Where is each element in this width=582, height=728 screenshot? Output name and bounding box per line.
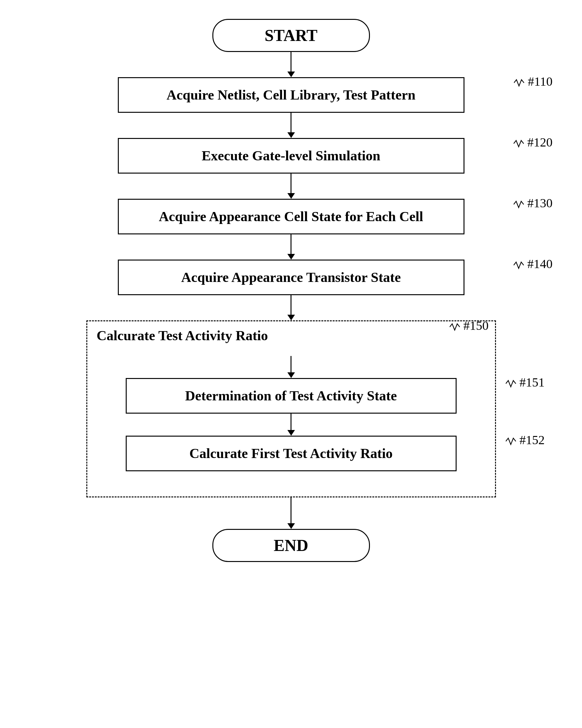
start-label: START <box>265 26 318 45</box>
arrow-line <box>290 113 292 132</box>
step-140-label: Acquire Appearance Transistor State <box>181 270 401 285</box>
arrow-130-to-140 <box>287 234 295 260</box>
step-151-number: #151 <box>506 375 545 390</box>
start-terminal: START <box>212 19 370 52</box>
step-120-box: Execute Gate-level Simulation <box>118 138 464 174</box>
step-130-number: #130 <box>514 196 553 210</box>
step-130-row: Acquire Appearance Cell State for Each C… <box>118 199 464 234</box>
step-110-box: Acquire Netlist, Cell Library, Test Patt… <box>118 77 464 113</box>
arrow-120-to-130 <box>287 174 295 199</box>
dashed-box-label: Calcurate Test Activity Ratio <box>97 328 268 344</box>
arrow-line <box>290 497 292 523</box>
step-140-box: Acquire Appearance Transistor State <box>118 260 464 295</box>
arrow-line <box>290 414 292 430</box>
arrow-head <box>287 254 295 260</box>
step-110-label: Acquire Netlist, Cell Library, Test Patt… <box>167 87 415 103</box>
arrow-head <box>287 72 295 77</box>
arrow-head <box>287 193 295 199</box>
arrow-line <box>290 234 292 254</box>
step-151-row: Determination of Test Activity State #15… <box>126 378 457 414</box>
arrow-150-to-end <box>287 497 295 529</box>
step-140-row: Acquire Appearance Transistor State #140 <box>118 260 464 295</box>
arrow-head <box>287 430 295 436</box>
start-terminal-row: START <box>212 19 370 52</box>
arrow-line <box>290 52 292 72</box>
step-120-number: #120 <box>514 135 553 150</box>
step-130-box: Acquire Appearance Cell State for Each C… <box>118 199 464 234</box>
arrow-line <box>290 295 292 315</box>
arrow-110-to-120 <box>287 113 295 138</box>
end-terminal: END <box>212 529 370 562</box>
step-152-number: #152 <box>506 433 545 447</box>
arrow-151-to-152 <box>287 414 295 436</box>
arrow-line <box>290 356 292 372</box>
arrow-head <box>287 372 295 378</box>
arrow-140-to-150 <box>287 295 295 320</box>
step-151-box: Determination of Test Activity State <box>126 378 457 414</box>
step-150-number: #150 <box>450 318 489 333</box>
diagram-container: START Acquire Netlist, Cell Library, Tes… <box>0 0 582 728</box>
arrow-start-to-110 <box>287 52 295 77</box>
arrow-head <box>287 315 295 320</box>
step-120-row: Execute Gate-level Simulation #120 <box>118 138 464 174</box>
arrow-head <box>287 523 295 529</box>
step-151-label: Determination of Test Activity State <box>185 388 397 404</box>
arrow-line <box>290 174 292 193</box>
arrow-head <box>287 132 295 138</box>
dashed-box-150: Calcurate Test Activity Ratio #150 Deter… <box>86 320 496 497</box>
arrow-into-151 <box>287 356 295 378</box>
step-130-label: Acquire Appearance Cell State for Each C… <box>159 209 423 224</box>
step-110-row: Acquire Netlist, Cell Library, Test Patt… <box>118 77 464 113</box>
step-152-box: Calcurate First Test Activity Ratio <box>126 436 457 471</box>
end-label: END <box>274 537 308 554</box>
step-152-row: Calcurate First Test Activity Ratio #152 <box>126 436 457 471</box>
end-terminal-row: END <box>212 529 370 562</box>
step-140-number: #140 <box>514 256 553 271</box>
step-152-label: Calcurate First Test Activity Ratio <box>189 446 393 461</box>
step-120-label: Execute Gate-level Simulation <box>202 148 380 163</box>
step-110-number: #110 <box>514 74 553 89</box>
